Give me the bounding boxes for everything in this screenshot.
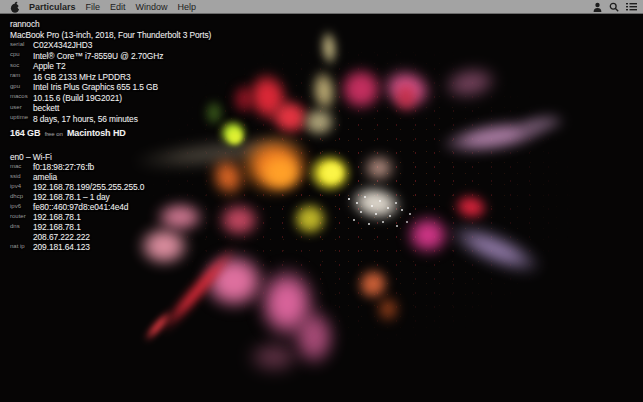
row-value: beckett	[33, 103, 59, 113]
menu-file[interactable]: File	[81, 2, 106, 12]
storage-free-amount: 164 GB	[10, 128, 40, 138]
row-value: Intel® Core™ i7-8559U @ 2.70GHz	[33, 51, 163, 61]
menu-edit[interactable]: Edit	[105, 2, 131, 12]
storage-volume: Macintosh HD	[67, 128, 126, 138]
info-row: ram 16 GB 2133 MHz LPDDR3	[10, 72, 211, 83]
row-value: 209.181.64.123	[33, 242, 90, 252]
row-label: ipv4	[10, 181, 21, 191]
storage-summary: 164 GB free on Macintosh HD	[10, 128, 211, 140]
row-label: ipv6	[10, 201, 21, 211]
row-value: C02X4342JHD3	[33, 40, 92, 50]
row-value: f0:18:98:27:76:fb	[33, 162, 94, 172]
info-row: dns 192.168.78.1	[10, 222, 211, 232]
network-rows: mac f0:18:98:27:76:fb ssid amelia ipv4 1…	[10, 162, 211, 252]
info-row: macos 10.15.6 (Build 19G2021)	[10, 93, 211, 104]
row-label: uptime	[10, 112, 28, 123]
menu-bar-status-icons	[593, 2, 637, 12]
info-row: gpu Intel Iris Plus Graphics 655 1.5 GB	[10, 82, 211, 93]
machine-model: MacBook Pro (13-inch, 2018, Four Thunder…	[10, 30, 211, 41]
row-label: serial	[10, 39, 24, 50]
row-label: mac	[10, 161, 21, 171]
info-row: cpu Intel® Core™ i7-8559U @ 2.70GHz	[10, 51, 211, 62]
row-label: macos	[10, 91, 28, 102]
info-row: soc Apple T2	[10, 61, 211, 72]
user-switch-icon[interactable]	[593, 2, 602, 12]
menu-bar: Particulars File Edit Window Help	[0, 0, 643, 14]
hostname: rannoch	[10, 19, 211, 30]
row-value: Intel Iris Plus Graphics 655 1.5 GB	[33, 82, 158, 92]
info-row: ipv6 fe80::460:97d8:e041:4e4d	[10, 202, 211, 212]
row-label: cpu	[10, 49, 20, 60]
info-row: dhcp 192.168.78.1 – 1 day	[10, 192, 211, 202]
row-value: 8 days, 17 hours, 56 minutes	[33, 114, 138, 124]
row-label: nat ip	[10, 241, 25, 251]
info-row: user beckett	[10, 103, 211, 114]
row-label: ssid	[10, 171, 21, 181]
menu-items: Particulars File Edit Window Help	[29, 2, 201, 12]
row-label: dhcp	[10, 191, 23, 201]
row-label: user	[10, 102, 22, 113]
info-row: serial C02X4342JHD3	[10, 40, 211, 51]
info-row: nat ip 209.181.64.123	[10, 242, 211, 252]
row-value: amelia	[33, 172, 57, 182]
row-value: 192.168.78.1	[33, 222, 81, 232]
menu-app-name[interactable]: Particulars	[29, 2, 81, 12]
system-rows: serial C02X4342JHD3 cpu Intel® Core™ i7-…	[10, 40, 211, 124]
info-row: router 192.168.78.1	[10, 212, 211, 222]
spotlight-search-icon[interactable]	[609, 2, 619, 12]
info-row: uptime 8 days, 17 hours, 56 minutes	[10, 114, 211, 125]
yellow-under	[284, 194, 336, 244]
network-block: en0 – Wi-Fi mac f0:18:98:27:76:fb ssid a…	[10, 152, 211, 252]
red-upper-right	[388, 74, 424, 120]
apple-logo-icon	[10, 1, 20, 13]
row-value: 208.67.222.222	[33, 232, 90, 242]
network-interface: en0 – Wi-Fi	[10, 152, 211, 162]
info-row: mac f0:18:98:27:76:fb	[10, 162, 211, 172]
row-value: 10.15.6 (Build 19G2021)	[33, 93, 122, 103]
row-value: Apple T2	[33, 61, 66, 71]
row-label: router	[10, 211, 26, 221]
info-row: 208.67.222.222	[10, 232, 211, 242]
white-sparkles	[348, 198, 350, 200]
info-row: ipv4 192.168.78.199/255.255.255.0	[10, 182, 211, 192]
row-value: 192.168.78.199/255.255.255.0	[33, 182, 144, 192]
apple-menu[interactable]	[10, 1, 20, 13]
neon-green-core	[222, 124, 248, 150]
row-label: ram	[10, 70, 20, 81]
storage-connector: free on	[43, 131, 65, 137]
row-value: 16 GB 2133 MHz LPDDR3	[33, 72, 131, 82]
orange-low	[372, 290, 404, 328]
info-row: ssid amelia	[10, 172, 211, 182]
row-value: 192.168.78.1 – 1 day	[33, 192, 110, 202]
menu-help[interactable]: Help	[173, 2, 202, 12]
row-label: dns	[10, 221, 20, 231]
row-value: fe80::460:97d8:e041:4e4d	[33, 202, 128, 212]
desktop: Particulars File Edit Window Help ra	[0, 0, 643, 402]
menu-window[interactable]: Window	[131, 2, 173, 12]
system-info-overlay: rannoch MacBook Pro (13-inch, 2018, Four…	[10, 19, 211, 252]
notification-center-icon[interactable]	[626, 2, 637, 11]
row-value: 192.168.78.1	[33, 212, 81, 222]
yellow-hot	[314, 156, 350, 190]
row-label: soc	[10, 60, 19, 71]
row-label: gpu	[10, 81, 20, 92]
